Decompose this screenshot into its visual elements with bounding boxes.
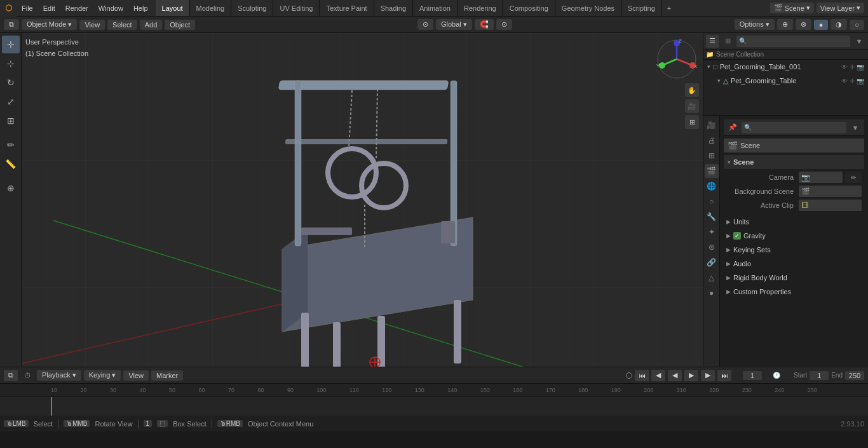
tab-rendering[interactable]: Rendering: [458, 0, 503, 16]
camera-prop-value[interactable]: 📷: [799, 172, 843, 183]
blender-logo-icon[interactable]: ⬡: [0, 0, 17, 17]
gravity-section[interactable]: ▶ ✓ Gravity: [724, 229, 864, 243]
viewport-shading-solid-btn[interactable]: ●: [814, 20, 829, 30]
viewport-shading-render-btn[interactable]: ○: [850, 20, 864, 30]
proportional-edit-btn[interactable]: ⊙: [496, 19, 512, 30]
transform-pivot-btn[interactable]: ⊙: [417, 19, 433, 30]
prop-tab-render[interactable]: 🎥: [705, 118, 719, 132]
outliner-filter-btn[interactable]: ▼: [853, 35, 865, 48]
viewport-pan-btn[interactable]: ✋: [685, 83, 699, 97]
active-clip-value[interactable]: 🎞: [799, 200, 862, 211]
menu-window[interactable]: Window: [93, 0, 128, 16]
vis-cursor-icon[interactable]: ✛: [850, 64, 855, 71]
viewport-shading-mat-btn[interactable]: ◑: [831, 19, 847, 30]
add-workspace-button[interactable]: +: [662, 3, 676, 14]
prop-tab-physics[interactable]: ⊛: [705, 240, 719, 254]
select-menu-btn[interactable]: Select: [107, 20, 137, 30]
object-menu-btn[interactable]: Object: [165, 20, 195, 30]
snap-toggle-btn[interactable]: 🧲: [475, 19, 494, 30]
prop-tab-object[interactable]: ○: [705, 194, 719, 208]
transform-space-btn[interactable]: Global ▾: [436, 19, 472, 30]
overlay-btn[interactable]: ⊕: [777, 19, 793, 30]
prop-tab-view-layer[interactable]: ⊞: [705, 149, 719, 163]
custom-properties-section[interactable]: ▶ Custom Properties: [724, 285, 864, 299]
background-scene-value[interactable]: 🎬: [799, 186, 862, 197]
units-section[interactable]: ▶ Units: [724, 215, 864, 229]
record-btn[interactable]: [626, 372, 632, 379]
editor-type-btn[interactable]: ⧉: [4, 19, 19, 30]
scene-selector[interactable]: 🎬 Scene ▾: [770, 3, 814, 13]
transform-tool[interactable]: ⊞: [2, 112, 20, 130]
vis-eye-icon[interactable]: 👁: [841, 64, 848, 71]
scale-tool[interactable]: ⤢: [2, 93, 20, 111]
props-pin-icon[interactable]: 📌: [726, 121, 739, 134]
viewport-camera-btn[interactable]: 🎥: [685, 99, 699, 113]
tab-geometry-nodes[interactable]: Geometry Nodes: [555, 0, 621, 16]
tab-sculpting[interactable]: Sculpting: [231, 0, 273, 16]
orientation-gizmo[interactable]: Z X Y: [654, 37, 699, 81]
measure-tool[interactable]: 📏: [2, 155, 20, 173]
viewport-3d[interactable]: User Perspective (1) Scene Collection: [22, 33, 703, 367]
outliner-item-mesh[interactable]: ▾ △ Pet_Grooming_Table 👁 ✛ 📷: [703, 74, 868, 88]
tab-modeling[interactable]: Modeling: [190, 0, 232, 16]
prop-tab-world[interactable]: 🌐: [705, 179, 719, 193]
vis-eye-icon2[interactable]: 👁: [841, 78, 848, 85]
step-forward-btn[interactable]: ▶: [701, 370, 715, 381]
menu-help[interactable]: Help: [128, 0, 153, 16]
vis-render-icon2[interactable]: 📷: [857, 78, 864, 85]
view-menu-btn[interactable]: View: [79, 20, 105, 30]
start-frame-field[interactable]: 1: [810, 371, 829, 380]
annotate-tool[interactable]: ✏: [2, 136, 20, 154]
prop-tab-output[interactable]: 🖨: [705, 133, 719, 147]
viewport-layers-btn[interactable]: ⊞: [685, 115, 699, 129]
jump-start-btn[interactable]: ⏮: [635, 370, 649, 381]
rigid-body-world-section[interactable]: ▶ Rigid Body World: [724, 271, 864, 285]
marker-btn[interactable]: Marker: [151, 370, 183, 381]
playback-btn[interactable]: Playback ▾: [37, 370, 81, 381]
gravity-checkbox[interactable]: ✓: [733, 232, 741, 240]
move-tool[interactable]: ⊹: [2, 55, 20, 72]
tab-texture-paint[interactable]: Texture Paint: [320, 0, 374, 16]
keying-sets-section[interactable]: ▶ Keying Sets: [724, 243, 864, 257]
step-back-btn[interactable]: ◀: [651, 370, 665, 381]
end-frame-field[interactable]: 250: [845, 371, 864, 380]
add-menu-btn[interactable]: Add: [140, 20, 163, 30]
tab-animation[interactable]: Animation: [413, 0, 458, 16]
tab-compositing[interactable]: Compositing: [503, 0, 555, 16]
scene-subsection-header[interactable]: ▾ Scene: [724, 155, 864, 169]
prop-tab-data[interactable]: △: [705, 271, 719, 285]
tab-layout[interactable]: Layout: [156, 0, 190, 16]
play-reverse-btn[interactable]: ◀: [668, 370, 682, 381]
play-btn[interactable]: ▶: [684, 370, 698, 381]
menu-render[interactable]: Render: [60, 0, 93, 16]
options-btn[interactable]: Options ▾: [735, 19, 775, 30]
rotate-tool[interactable]: ↻: [2, 74, 20, 92]
current-frame-field[interactable]: 1: [743, 371, 762, 380]
prop-tab-modifier[interactable]: 🔧: [705, 210, 719, 224]
menu-edit[interactable]: Edit: [38, 0, 60, 16]
vis-cursor-icon2[interactable]: ✛: [850, 78, 855, 85]
prop-tab-particles[interactable]: ✦: [705, 225, 719, 239]
tab-uv-editing[interactable]: UV Editing: [273, 0, 320, 16]
tab-scripting[interactable]: Scripting: [621, 0, 662, 16]
outliner-search[interactable]: 🔍: [736, 36, 850, 47]
prop-tab-constraints[interactable]: 🔗: [705, 255, 719, 269]
keying-btn[interactable]: Keying ▾: [84, 370, 121, 381]
camera-edit-btn[interactable]: ✏: [845, 172, 862, 183]
view-layer-selector[interactable]: View Layer ▾: [817, 3, 864, 13]
timeline-editor-type-btn[interactable]: ⧉: [4, 370, 18, 381]
jump-end-btn[interactable]: ⏭: [717, 370, 731, 381]
tab-shading[interactable]: Shading: [374, 0, 413, 16]
add-object-tool[interactable]: ⊕: [2, 179, 20, 197]
cursor-tool[interactable]: ✛: [2, 36, 20, 53]
props-filter-btn[interactable]: ▼: [849, 121, 862, 134]
audio-section[interactable]: ▶ Audio: [724, 257, 864, 271]
prop-tab-material[interactable]: ●: [705, 286, 719, 300]
vis-render-icon[interactable]: 📷: [857, 64, 864, 71]
props-search[interactable]: 🔍: [742, 122, 846, 133]
object-mode-btn[interactable]: Object Mode ▾: [22, 19, 77, 30]
menu-file[interactable]: File: [17, 0, 38, 16]
outliner-mode-icon[interactable]: ⊞: [721, 35, 734, 48]
timeline-view-btn[interactable]: View: [123, 370, 149, 381]
gizmo-btn[interactable]: ⊗: [796, 19, 811, 30]
